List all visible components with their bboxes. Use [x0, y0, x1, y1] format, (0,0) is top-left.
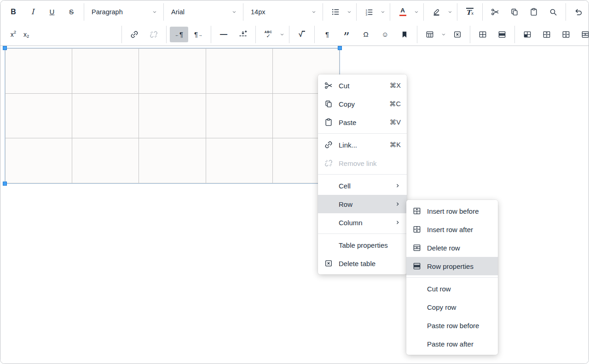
- horizontal-rule-button[interactable]: —: [214, 27, 233, 42]
- table-cell[interactable]: [206, 138, 273, 183]
- table-cell[interactable]: [6, 94, 72, 139]
- menu-item-insert-row-after[interactable]: Insert row after: [406, 220, 498, 239]
- font-size-select[interactable]: 14px: [247, 4, 319, 20]
- spellcheck-checkmark: ✓: [266, 34, 270, 39]
- copy-button[interactable]: [505, 4, 524, 20]
- cut-button[interactable]: [486, 4, 504, 20]
- menu-item-label: Table properties: [339, 241, 401, 249]
- strikethrough-button[interactable]: S: [62, 4, 81, 20]
- clear-formatting-button[interactable]: T x: [461, 4, 479, 20]
- underline-button[interactable]: U: [43, 4, 61, 20]
- emoji-button[interactable]: ☺: [376, 27, 394, 42]
- selection-handle-top-left[interactable]: [3, 46, 7, 50]
- menu-item-cell[interactable]: Cell: [318, 176, 407, 195]
- table-properties-icon: [478, 30, 487, 39]
- page-break-icon: [238, 30, 248, 39]
- menu-item-label: Copy row: [427, 303, 492, 311]
- delete-table-button[interactable]: [448, 27, 467, 42]
- text-color-button[interactable]: A: [393, 4, 412, 20]
- menu-item-delete-table[interactable]: Delete table: [318, 254, 407, 273]
- selection-handle-top-right[interactable]: [338, 46, 342, 50]
- numbered-list-button[interactable]: [360, 4, 378, 20]
- spellcheck-dropdown[interactable]: [278, 27, 286, 42]
- subscript-button[interactable]: x2: [23, 27, 118, 42]
- insert-table-dropdown[interactable]: [440, 27, 447, 42]
- table-cell[interactable]: [206, 94, 273, 139]
- menu-item-copy[interactable]: Copy ⌘C: [318, 95, 407, 113]
- link-button[interactable]: [125, 27, 144, 42]
- pilcrow-button[interactable]: ¶: [318, 27, 336, 42]
- insert-row-after-button[interactable]: [557, 27, 575, 42]
- menu-item-column[interactable]: Column: [318, 213, 407, 232]
- page-break-button[interactable]: [234, 27, 252, 42]
- menu-item-remove-link[interactable]: Remove link: [318, 154, 407, 172]
- table-cell[interactable]: [72, 94, 139, 139]
- table-icon: [425, 30, 434, 39]
- selection-handle-bottom-left[interactable]: [3, 182, 7, 186]
- italic-button[interactable]: I: [23, 4, 42, 20]
- cell-properties-button[interactable]: [518, 27, 537, 42]
- menu-item-paste[interactable]: Paste ⌘V: [318, 113, 407, 131]
- toolbar-row-2: x2 x2 ←¶ ¶→ —: [0, 23, 589, 46]
- square-root-button[interactable]: √: [293, 27, 311, 42]
- bold-button[interactable]: B: [4, 4, 23, 20]
- font-family-select[interactable]: Arial: [167, 4, 240, 20]
- table-cell[interactable]: [139, 49, 206, 94]
- insert-row-before-button[interactable]: [537, 27, 556, 42]
- blockquote-button[interactable]: ”: [337, 27, 356, 42]
- unlink-button[interactable]: [144, 27, 163, 42]
- search-button[interactable]: [544, 4, 562, 20]
- menu-item-paste-row-after[interactable]: Paste row after: [406, 335, 498, 353]
- table-cell[interactable]: [206, 49, 273, 94]
- menu-item-insert-row-before[interactable]: Insert row before: [406, 202, 498, 220]
- insert-table-button[interactable]: [421, 27, 439, 42]
- rtl-direction-button[interactable]: ¶→: [189, 27, 208, 42]
- delete-row-button[interactable]: [576, 27, 589, 42]
- special-character-button[interactable]: Ω: [357, 27, 375, 42]
- bookmark-button[interactable]: [395, 27, 414, 42]
- highlight-color-button[interactable]: [427, 4, 445, 20]
- row-properties-button[interactable]: [493, 27, 511, 42]
- subscript-base: x: [23, 31, 27, 38]
- chevron-down-icon: [279, 32, 285, 37]
- bookmark-icon: [400, 30, 409, 39]
- square-root-bar: [302, 31, 305, 32]
- numbered-list-dropdown[interactable]: [379, 4, 387, 20]
- menu-item-paste-row-before[interactable]: Paste row before: [406, 316, 498, 335]
- editor-canvas[interactable]: [0, 46, 589, 364]
- bullet-list-button[interactable]: [326, 4, 345, 20]
- superscript-button[interactable]: x2: [4, 27, 23, 42]
- table-properties-button[interactable]: [474, 27, 492, 42]
- menu-item-label: Paste row after: [427, 340, 492, 348]
- menu-item-cut-row[interactable]: Cut row: [406, 279, 498, 298]
- insert-row-before-icon: [542, 30, 551, 39]
- table-cell[interactable]: [72, 49, 139, 94]
- cut-icon: [323, 81, 334, 90]
- highlight-color-dropdown[interactable]: [446, 4, 454, 20]
- menu-item-row[interactable]: Row: [318, 195, 407, 213]
- table-cell[interactable]: [139, 138, 206, 183]
- table-cell[interactable]: [72, 138, 139, 183]
- rtl-pilcrow: ¶: [194, 31, 198, 38]
- horizontal-rule-icon: —: [220, 31, 227, 38]
- bullet-list-dropdown[interactable]: [346, 4, 353, 20]
- menu-item-delete-row[interactable]: Delete row: [406, 239, 498, 257]
- spellcheck-button[interactable]: ABC ✓: [259, 27, 277, 42]
- undo-button[interactable]: [569, 4, 588, 20]
- menu-item-table-properties[interactable]: Table properties: [318, 236, 407, 254]
- block-format-select[interactable]: Paragraph: [87, 4, 160, 20]
- table-cell[interactable]: [139, 94, 206, 139]
- ltr-direction-button[interactable]: ←¶: [170, 27, 188, 42]
- menu-item-cut[interactable]: Cut ⌘X: [318, 76, 407, 95]
- chevron-down-icon: [380, 9, 386, 15]
- text-color-icon: A: [399, 7, 406, 16]
- menu-item-link[interactable]: Link... ⌘K: [318, 136, 407, 154]
- menu-item-copy-row[interactable]: Copy row: [406, 298, 498, 316]
- table-cell[interactable]: [6, 138, 72, 183]
- table-cell[interactable]: [6, 49, 72, 94]
- paste-button[interactable]: [525, 4, 543, 20]
- menu-item-row-properties[interactable]: Row properties: [406, 257, 498, 275]
- group-table-props: [470, 26, 515, 43]
- text-color-dropdown[interactable]: [413, 4, 420, 20]
- chevron-down-icon: [441, 32, 446, 37]
